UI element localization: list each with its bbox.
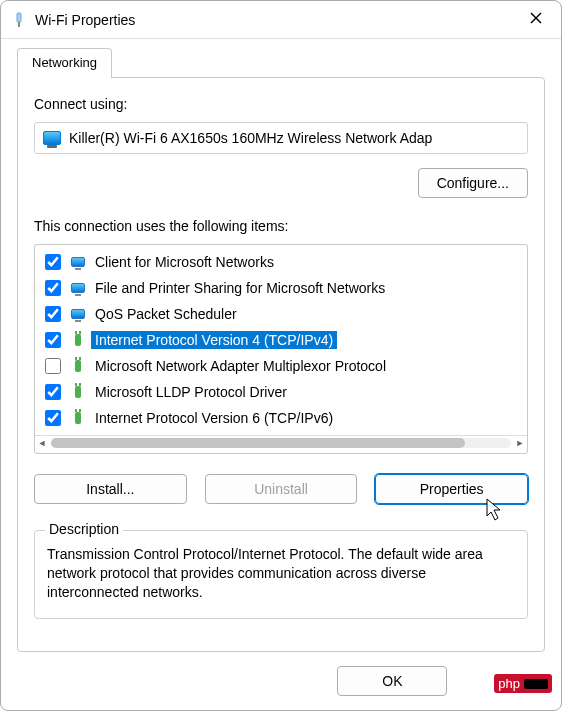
configure-button[interactable]: Configure...	[418, 168, 528, 198]
svg-rect-1	[18, 22, 20, 27]
network-service-icon	[69, 305, 87, 323]
plug-icon	[69, 383, 87, 401]
titlebar: Wi-Fi Properties	[1, 1, 561, 39]
content-area: Networking Connect using: Killer(R) Wi-F…	[1, 39, 561, 652]
properties-dialog: Wi-Fi Properties Networking Connect usin…	[0, 0, 562, 711]
ok-button[interactable]: OK	[337, 666, 447, 696]
close-icon	[530, 12, 542, 24]
items-label: This connection uses the following items…	[34, 218, 528, 234]
svg-rect-0	[17, 13, 21, 22]
plug-icon	[69, 409, 87, 427]
plug-icon	[69, 357, 87, 375]
item-label: Internet Protocol Version 6 (TCP/IPv6)	[91, 409, 337, 427]
list-item[interactable]: Microsoft LLDP Protocol Driver	[35, 379, 527, 405]
item-label: Microsoft LLDP Protocol Driver	[91, 383, 291, 401]
items-listbox[interactable]: Client for Microsoft NetworksFile and Pr…	[34, 244, 528, 454]
item-checkbox[interactable]	[45, 410, 61, 426]
plug-icon	[69, 331, 87, 349]
list-item[interactable]: Microsoft Network Adapter Multiplexor Pr…	[35, 353, 527, 379]
adapter-name: Killer(R) Wi-Fi 6 AX1650s 160MHz Wireles…	[69, 130, 432, 146]
description-groupbox: Description Transmission Control Protoco…	[34, 530, 528, 619]
dialog-footer: OK Cancel	[1, 652, 561, 710]
item-checkbox[interactable]	[45, 332, 61, 348]
list-item[interactable]: Internet Protocol Version 4 (TCP/IPv4)	[35, 327, 527, 353]
tabstrip: Networking	[17, 47, 545, 77]
window-title: Wi-Fi Properties	[35, 12, 521, 28]
network-adapter-icon	[43, 131, 61, 145]
scroll-thumb[interactable]	[51, 438, 465, 448]
install-button[interactable]: Install...	[34, 474, 187, 504]
item-label: File and Printer Sharing for Microsoft N…	[91, 279, 389, 297]
scroll-right-icon[interactable]: ►	[513, 436, 527, 450]
network-service-icon	[69, 279, 87, 297]
scroll-track[interactable]	[51, 438, 511, 448]
network-service-icon	[69, 253, 87, 271]
list-item[interactable]: Internet Protocol Version 6 (TCP/IPv6)	[35, 405, 527, 431]
scroll-left-icon[interactable]: ◄	[35, 436, 49, 450]
wifi-adapter-icon	[11, 12, 27, 28]
horizontal-scrollbar[interactable]: ◄ ►	[35, 435, 527, 449]
adapter-field[interactable]: Killer(R) Wi-Fi 6 AX1650s 160MHz Wireles…	[34, 122, 528, 154]
description-text: Transmission Control Protocol/Internet P…	[47, 545, 515, 602]
item-checkbox[interactable]	[45, 280, 61, 296]
list-item[interactable]: QoS Packet Scheduler	[35, 301, 527, 327]
description-legend: Description	[45, 521, 123, 537]
item-label: QoS Packet Scheduler	[91, 305, 241, 323]
tab-networking[interactable]: Networking	[17, 48, 112, 78]
item-checkbox[interactable]	[45, 358, 61, 374]
properties-button[interactable]: Properties	[375, 474, 528, 504]
connect-using-label: Connect using:	[34, 96, 528, 112]
item-buttons-row: Install... Uninstall Properties	[34, 474, 528, 504]
list-item[interactable]: Client for Microsoft Networks	[35, 249, 527, 275]
item-label: Internet Protocol Version 4 (TCP/IPv4)	[91, 331, 337, 349]
uninstall-button: Uninstall	[205, 474, 358, 504]
list-item[interactable]: File and Printer Sharing for Microsoft N…	[35, 275, 527, 301]
tab-panel-networking: Connect using: Killer(R) Wi-Fi 6 AX1650s…	[17, 77, 545, 652]
watermark-badge: php	[494, 674, 552, 693]
item-checkbox[interactable]	[45, 384, 61, 400]
item-label: Client for Microsoft Networks	[91, 253, 278, 271]
item-label: Microsoft Network Adapter Multiplexor Pr…	[91, 357, 390, 375]
item-checkbox[interactable]	[45, 306, 61, 322]
item-checkbox[interactable]	[45, 254, 61, 270]
close-button[interactable]	[521, 12, 551, 27]
